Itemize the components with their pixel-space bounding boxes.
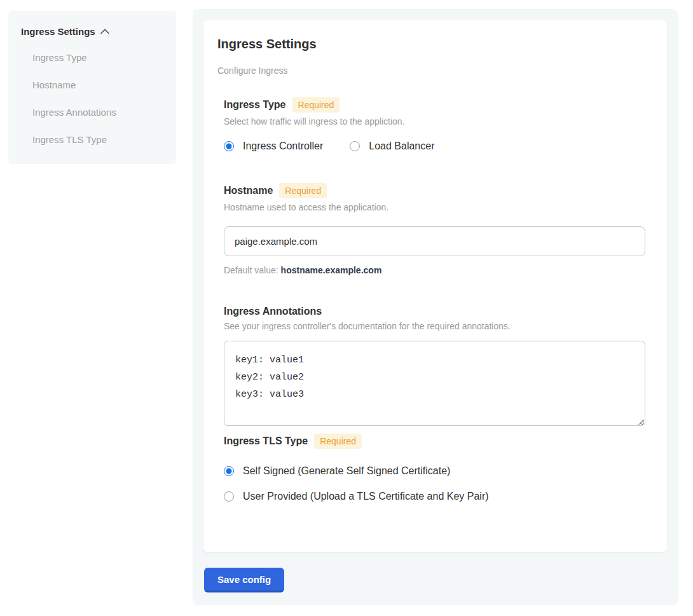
- radio-label: User Provided (Upload a TLS Certificate …: [243, 491, 489, 502]
- config-main-panel: Ingress Settings Configure Ingress Ingre…: [193, 9, 678, 605]
- radio-icon[interactable]: [224, 491, 234, 502]
- radio-self-signed[interactable]: Self Signed (Generate Self Signed Certif…: [224, 465, 648, 477]
- radio-icon[interactable]: [350, 141, 360, 151]
- default-value-label: Default value:: [224, 265, 278, 275]
- hostname-input[interactable]: [224, 226, 645, 256]
- config-sidebar: Ingress Settings Ingress Type Hostname I…: [8, 11, 176, 164]
- ingress-annotations-help: See your ingress controller's documentat…: [224, 321, 648, 331]
- ingress-tls-type-heading: Ingress TLS Type: [224, 435, 308, 447]
- radio-load-balancer[interactable]: Load Balancer: [350, 140, 434, 152]
- section-ingress-type: Ingress Type Required Select how traffic…: [224, 97, 648, 152]
- hostname-help: Hostname used to access the application.: [224, 202, 648, 212]
- chevron-up-icon: [100, 29, 109, 34]
- page-layout: Ingress Settings Ingress Type Hostname I…: [0, 0, 693, 605]
- required-badge: Required: [314, 434, 362, 449]
- hostname-heading: Hostname: [224, 185, 273, 196]
- radio-label: Load Balancer: [369, 140, 434, 152]
- radio-icon[interactable]: [224, 141, 234, 151]
- save-config-button[interactable]: Save config: [204, 568, 284, 592]
- sidebar-item-hostname[interactable]: Hostname: [21, 79, 163, 90]
- sidebar-group-ingress-settings[interactable]: Ingress Settings: [21, 26, 163, 37]
- section-hostname: Hostname Required Hostname used to acces…: [224, 183, 648, 275]
- ingress-type-heading: Ingress Type: [224, 99, 286, 111]
- ingress-annotations-heading: Ingress Annotations: [224, 306, 322, 317]
- ingress-type-help: Select how traffic will ingress to the a…: [224, 116, 648, 127]
- section-ingress-tls-type: Ingress TLS Type Required Self Signed (G…: [224, 434, 648, 502]
- radio-icon[interactable]: [224, 466, 234, 476]
- radio-label: Self Signed (Generate Self Signed Certif…: [243, 465, 450, 477]
- hostname-default-line: Default value:hostname.example.com: [224, 265, 648, 275]
- radio-ingress-controller[interactable]: Ingress Controller: [224, 140, 323, 152]
- sidebar-item-ingress-annotations[interactable]: Ingress Annotations: [21, 107, 163, 118]
- required-badge: Required: [292, 97, 340, 113]
- default-value-text: hostname.example.com: [281, 265, 382, 275]
- ingress-annotations-textarea[interactable]: key1: value1 key2: value2 key3: value3: [224, 341, 645, 426]
- config-group-card: Ingress Settings Configure Ingress Ingre…: [203, 20, 667, 552]
- sidebar-item-ingress-tls-type[interactable]: Ingress TLS Type: [21, 134, 163, 145]
- section-ingress-annotations: Ingress Annotations See your ingress con…: [224, 306, 648, 428]
- radio-label: Ingress Controller: [243, 140, 323, 152]
- radio-user-provided[interactable]: User Provided (Upload a TLS Certificate …: [224, 491, 648, 502]
- sidebar-item-ingress-type[interactable]: Ingress Type: [21, 52, 163, 63]
- sidebar-group-label: Ingress Settings: [21, 26, 95, 37]
- page-title: Ingress Settings: [217, 37, 648, 51]
- required-badge: Required: [279, 183, 327, 198]
- page-subtitle: Configure Ingress: [217, 65, 648, 76]
